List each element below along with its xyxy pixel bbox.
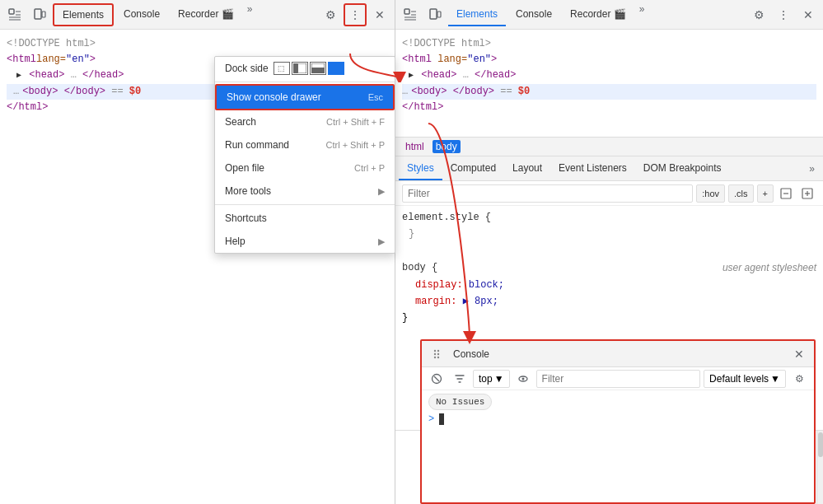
menu-item-run-command[interactable]: Run command Ctrl + Shift + P xyxy=(215,133,395,156)
menu-item-label-open: Open file xyxy=(225,162,264,174)
svg-rect-5 xyxy=(437,12,441,17)
dropdown-menu: Dock side ⬚ Show console drawer Esc Sear… xyxy=(214,56,395,254)
console-drawer: Console ✕ top ▼ Default levels ▼ ⚙ xyxy=(420,339,816,504)
console-filter-input[interactable] xyxy=(536,370,700,388)
right-toolbar: Elements Console Recorder 🎬 » ⚙ ⋮ ✕ xyxy=(395,0,823,30)
new-style-rule-btn[interactable] xyxy=(798,184,816,203)
console-context-selector[interactable]: top ▼ xyxy=(473,370,510,388)
tab-computed[interactable]: Computed xyxy=(442,157,504,180)
scrollbar[interactable] xyxy=(816,431,823,504)
settings-gear-btn-right[interactable]: ⚙ xyxy=(747,3,770,26)
menu-divider-1 xyxy=(215,82,395,82)
dock-side-row: Dock side ⬚ xyxy=(215,57,395,80)
menu-item-show-console-drawer[interactable]: Show console drawer Esc xyxy=(215,84,395,110)
console-filter-toggle-btn[interactable] xyxy=(450,369,470,389)
svg-rect-14 xyxy=(311,68,325,73)
console-cursor xyxy=(439,413,444,425)
more-menu-btn[interactable]: ⋮ xyxy=(344,3,367,26)
recorder-tab-right[interactable]: Recorder 🎬 xyxy=(562,3,634,26)
svg-point-19 xyxy=(434,352,436,354)
tab-styles[interactable]: Styles xyxy=(399,157,442,180)
console-drawer-header: Console ✕ xyxy=(422,341,814,367)
menu-item-shortcut-open: Ctrl + P xyxy=(354,163,385,173)
head-toggle-right[interactable]: ▶ xyxy=(409,71,414,80)
svg-point-20 xyxy=(437,352,439,354)
dock-icons-group: ⬚ xyxy=(274,62,344,75)
more-tabs-left[interactable]: » xyxy=(244,3,256,26)
svg-rect-4 xyxy=(430,9,437,19)
right-code-area: <!DOCTYPE html> <html lang="en"> ▶ <head… xyxy=(395,30,823,137)
inspect-icon-btn[interactable] xyxy=(3,3,26,26)
svg-rect-1 xyxy=(35,9,41,19)
dock-left-btn[interactable] xyxy=(292,62,308,75)
elements-tab-right[interactable]: Elements xyxy=(448,3,506,26)
menu-item-label-shortcuts: Shortcuts xyxy=(225,212,267,224)
hov-btn[interactable]: :hov xyxy=(696,184,725,203)
close-devtools-btn[interactable]: ✕ xyxy=(368,3,391,26)
dock-side-label: Dock side xyxy=(225,63,269,74)
menu-item-shortcuts[interactable]: Shortcuts xyxy=(215,207,395,230)
styles-filter-input[interactable] xyxy=(402,184,693,203)
styles-tabs: Styles Computed Layout Event Listeners D… xyxy=(395,156,823,181)
more-menu-btn-right[interactable]: ⋮ xyxy=(772,3,795,26)
breadcrumb-html[interactable]: html xyxy=(402,140,428,153)
head-toggle[interactable]: ▶ xyxy=(16,71,21,80)
close-devtools-btn-right[interactable]: ✕ xyxy=(797,3,820,26)
menu-item-open-file[interactable]: Open file Ctrl + P xyxy=(215,156,395,180)
styles-more-tabs[interactable]: » xyxy=(804,163,820,175)
elements-tab-left[interactable]: Elements xyxy=(53,3,114,26)
right-code-body[interactable]: … <body> </body> == $0 xyxy=(402,84,816,100)
menu-item-shortcut-run: Ctrl + Shift + P xyxy=(325,140,385,150)
console-prompt-arrow: > xyxy=(428,413,434,425)
tab-layout[interactable]: Layout xyxy=(504,157,550,180)
console-drawer-grip[interactable] xyxy=(427,344,447,364)
menu-item-label-help: Help xyxy=(225,236,245,247)
right-code-doctype: <!DOCTYPE html> xyxy=(402,36,816,52)
computed-style-btn[interactable] xyxy=(777,184,795,203)
console-prompt[interactable]: > xyxy=(428,413,807,425)
element-style-rule: element.style { } xyxy=(402,209,816,243)
svg-point-18 xyxy=(437,349,439,351)
svg-point-22 xyxy=(437,356,439,357)
console-settings-btn[interactable]: ⚙ xyxy=(789,369,809,389)
dock-right-btn[interactable] xyxy=(328,62,344,75)
dock-undock-btn[interactable]: ⬚ xyxy=(274,62,290,75)
breadcrumb-body[interactable]: body xyxy=(433,140,461,153)
menu-item-label-search: Search xyxy=(225,116,256,128)
device-toggle-btn[interactable] xyxy=(28,3,51,26)
svg-point-26 xyxy=(521,377,524,380)
console-drawer-close-btn[interactable]: ✕ xyxy=(789,344,809,364)
tab-dom-breakpoints[interactable]: DOM Breakpoints xyxy=(635,157,730,180)
console-eye-btn[interactable] xyxy=(513,369,533,389)
scrollbar-thumb xyxy=(818,432,823,457)
inspect-icon-btn-right[interactable] xyxy=(399,3,422,26)
console-tab-left[interactable]: Console xyxy=(115,3,168,26)
dock-bottom-btn[interactable] xyxy=(310,62,326,75)
svg-point-17 xyxy=(434,349,436,351)
device-toggle-btn-right[interactable] xyxy=(423,3,447,26)
console-tab-right[interactable]: Console xyxy=(507,3,560,26)
more-tabs-right[interactable]: » xyxy=(636,3,648,26)
tab-event-listeners[interactable]: Event Listeners xyxy=(550,157,635,180)
svg-line-24 xyxy=(434,376,439,381)
menu-item-search[interactable]: Search Ctrl + Shift + F xyxy=(215,110,395,133)
menu-item-help[interactable]: Help ▶ xyxy=(215,230,395,253)
right-code-html-close: </html> xyxy=(402,100,816,115)
console-top-arrow: ▼ xyxy=(494,373,504,385)
menu-item-label-more-tools: More tools xyxy=(225,185,271,197)
console-levels-selector[interactable]: Default levels ▼ xyxy=(704,370,786,388)
console-toolbar: top ▼ Default levels ▼ ⚙ xyxy=(422,367,814,390)
settings-gear-btn[interactable]: ⚙ xyxy=(319,3,342,26)
svg-point-21 xyxy=(434,356,436,357)
styles-filter-row: :hov .cls + xyxy=(395,181,823,206)
right-code-head: ▶ <head> … </head> xyxy=(402,68,816,83)
recorder-tab-left[interactable]: Recorder 🎬 xyxy=(170,3,242,26)
svg-rect-0 xyxy=(9,9,14,14)
console-clear-btn[interactable] xyxy=(427,369,447,389)
svg-rect-12 xyxy=(293,63,298,73)
add-style-btn[interactable]: + xyxy=(757,184,774,203)
left-toolbar: Elements Console Recorder 🎬 » ⚙ ⋮ ✕ xyxy=(0,0,395,30)
more-tools-arrow: ▶ xyxy=(378,186,385,197)
menu-item-more-tools[interactable]: More tools ▶ xyxy=(215,180,395,203)
cls-btn[interactable]: .cls xyxy=(728,184,754,203)
